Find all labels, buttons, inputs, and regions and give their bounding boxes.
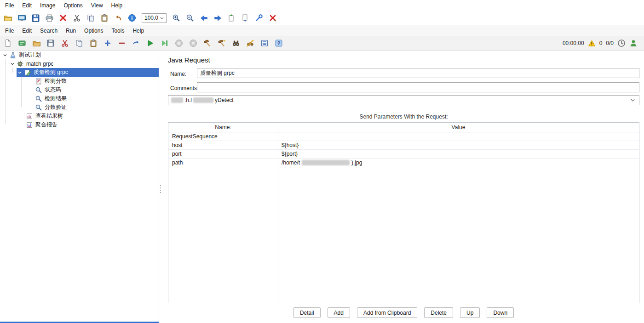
chevron-down-icon[interactable] bbox=[629, 96, 636, 105]
remote-start-all-button[interactable] bbox=[216, 37, 228, 49]
jmeter-menu-run[interactable]: Run bbox=[62, 26, 80, 35]
remote-start-button[interactable] bbox=[201, 37, 213, 49]
info-button[interactable] bbox=[126, 12, 138, 24]
new-plan-button[interactable] bbox=[2, 37, 14, 49]
status-circle-icon[interactable] bbox=[617, 39, 626, 47]
tree-item-check-result[interactable]: 检测结果 bbox=[0, 94, 159, 103]
search-button[interactable] bbox=[230, 37, 242, 49]
help-button[interactable]: ? bbox=[273, 37, 285, 49]
tree-item-view-results-tree[interactable]: 查看结果树 bbox=[0, 112, 159, 120]
aggregate-report-icon bbox=[26, 121, 33, 129]
param-name-cell[interactable]: path bbox=[168, 159, 278, 167]
search-reset-button[interactable] bbox=[244, 37, 256, 49]
chevron-down-icon[interactable] bbox=[2, 52, 8, 58]
collapse-all-button[interactable] bbox=[116, 37, 128, 49]
param-value-cell[interactable] bbox=[278, 132, 639, 141]
param-value-cell[interactable]: /home/t ).jpg bbox=[278, 159, 639, 167]
save-plan-button[interactable] bbox=[45, 37, 57, 49]
tree-item-test-plan[interactable]: 测试计划 bbox=[0, 51, 159, 59]
prev-image-button[interactable] bbox=[198, 12, 210, 24]
display-button[interactable] bbox=[16, 12, 28, 24]
path-value-end: ).jpg bbox=[351, 159, 362, 166]
save-button[interactable] bbox=[29, 12, 41, 24]
classname-select[interactable]: :h.l yDetect bbox=[168, 95, 639, 105]
param-value-cell[interactable]: ${port} bbox=[278, 150, 639, 158]
jmeter-menu-tools[interactable]: Tools bbox=[107, 26, 128, 35]
tree-item-match-grpc[interactable]: match grpc bbox=[0, 59, 159, 68]
zoom-in-button[interactable] bbox=[170, 12, 182, 24]
detail-button[interactable]: Detail bbox=[293, 307, 321, 318]
comments-input[interactable] bbox=[197, 82, 639, 92]
viewer-menu-file[interactable]: File bbox=[1, 1, 18, 10]
viewer-toolbar: 100.0 bbox=[0, 11, 644, 25]
templates-button[interactable] bbox=[16, 37, 28, 49]
name-input[interactable] bbox=[197, 68, 639, 78]
param-value-cell[interactable]: ${host} bbox=[278, 141, 639, 149]
tree-item-score-check[interactable]: 检测分数 bbox=[0, 77, 159, 85]
viewer-menu-help[interactable]: Help bbox=[107, 1, 127, 10]
jmeter-menu-edit[interactable]: Edit bbox=[18, 26, 36, 35]
settings-button[interactable] bbox=[253, 12, 265, 24]
red-x-icon bbox=[59, 14, 67, 22]
viewer-menu-edit[interactable]: Edit bbox=[18, 1, 36, 10]
first-image-button[interactable] bbox=[225, 12, 237, 24]
warning-icon[interactable] bbox=[588, 40, 596, 47]
chevron-down-icon bbox=[160, 17, 164, 19]
column-header-value[interactable]: Value bbox=[278, 123, 639, 132]
last-image-button[interactable] bbox=[239, 12, 251, 24]
column-header-name[interactable]: Name: bbox=[168, 123, 278, 132]
wrench-icon bbox=[255, 14, 263, 22]
table-row[interactable]: RequestSequence bbox=[168, 132, 639, 141]
delete-button[interactable] bbox=[57, 12, 69, 24]
panel-splitter[interactable] bbox=[159, 51, 162, 323]
zoom-level-select[interactable]: 100.0 bbox=[142, 13, 167, 23]
jmeter-menu-options[interactable]: Options bbox=[80, 26, 107, 35]
param-name-cell[interactable]: port bbox=[168, 150, 278, 158]
chevron-down-icon[interactable] bbox=[17, 69, 23, 76]
delete-button[interactable]: Delete bbox=[424, 307, 453, 318]
table-row[interactable]: path /home/t ).jpg bbox=[168, 159, 639, 167]
cut-button[interactable] bbox=[71, 12, 83, 24]
viewer-menu-image[interactable]: Image bbox=[36, 1, 59, 10]
tree-item-aggregate-report[interactable]: 聚合报告 bbox=[0, 120, 159, 129]
tree-item-score-validate[interactable]: 分数验证 bbox=[0, 103, 159, 112]
print-button[interactable] bbox=[43, 12, 55, 24]
table-row[interactable]: port ${port} bbox=[168, 150, 639, 159]
start-button[interactable] bbox=[144, 37, 156, 49]
jmeter-menu-search[interactable]: Search bbox=[36, 26, 62, 35]
jmeter-menu-file[interactable]: File bbox=[1, 26, 18, 35]
shutdown-button[interactable] bbox=[187, 37, 199, 49]
classname-text: yDetect bbox=[215, 97, 234, 103]
cut-element-button[interactable] bbox=[59, 37, 71, 49]
close-file-button[interactable] bbox=[267, 12, 279, 24]
open-button[interactable] bbox=[2, 12, 14, 24]
tree-item-java-request[interactable]: 质量检测 grpc bbox=[0, 68, 159, 77]
toggle-element-button[interactable] bbox=[130, 37, 142, 49]
add-button[interactable]: Add bbox=[328, 307, 350, 318]
zoom-out-button[interactable] bbox=[184, 12, 196, 24]
user-icon[interactable] bbox=[629, 39, 638, 47]
jmeter-menubar: File Edit Search Run Options Tools Help bbox=[0, 25, 644, 36]
add-from-clipboard-button[interactable]: Add from Clipboard bbox=[357, 307, 417, 318]
undo-button[interactable] bbox=[112, 12, 124, 24]
viewer-menu-options[interactable]: Options bbox=[59, 1, 86, 10]
chevron-down-icon[interactable] bbox=[9, 61, 16, 67]
tree-item-status-code[interactable]: 状态码 bbox=[0, 85, 159, 94]
down-button[interactable]: Down bbox=[487, 307, 514, 318]
param-name-cell[interactable]: RequestSequence bbox=[168, 132, 278, 141]
viewer-menu-view[interactable]: View bbox=[87, 1, 107, 10]
toggle-views-button[interactable] bbox=[259, 37, 270, 49]
paste-button[interactable] bbox=[98, 12, 110, 24]
table-row[interactable]: host ${host} bbox=[168, 141, 639, 150]
expand-all-button[interactable] bbox=[102, 37, 114, 49]
copy-button[interactable] bbox=[85, 12, 97, 24]
paste-element-button[interactable] bbox=[87, 37, 99, 49]
next-image-button[interactable] bbox=[212, 12, 224, 24]
jmeter-menu-help[interactable]: Help bbox=[128, 26, 148, 35]
up-button[interactable]: Up bbox=[460, 307, 480, 318]
copy-element-button[interactable] bbox=[73, 37, 85, 49]
open-plan-button[interactable] bbox=[30, 37, 42, 49]
stop-button[interactable] bbox=[173, 37, 185, 49]
param-name-cell[interactable]: host bbox=[168, 141, 278, 149]
start-no-pauses-button[interactable] bbox=[159, 37, 171, 49]
